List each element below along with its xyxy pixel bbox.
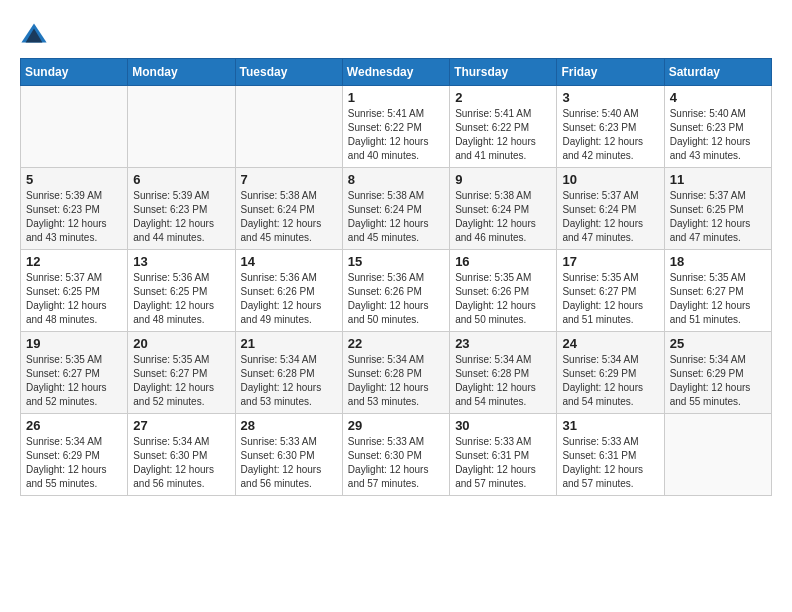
weekday-header-wednesday: Wednesday xyxy=(342,59,449,86)
calendar-cell: 24Sunrise: 5:34 AMSunset: 6:29 PMDayligh… xyxy=(557,332,664,414)
day-info: Sunrise: 5:41 AMSunset: 6:22 PMDaylight:… xyxy=(348,107,444,163)
calendar-cell: 21Sunrise: 5:34 AMSunset: 6:28 PMDayligh… xyxy=(235,332,342,414)
week-row-2: 5Sunrise: 5:39 AMSunset: 6:23 PMDaylight… xyxy=(21,168,772,250)
day-info: Sunrise: 5:39 AMSunset: 6:23 PMDaylight:… xyxy=(26,189,122,245)
calendar-table: SundayMondayTuesdayWednesdayThursdayFrid… xyxy=(20,58,772,496)
calendar-cell: 8Sunrise: 5:38 AMSunset: 6:24 PMDaylight… xyxy=(342,168,449,250)
day-info: Sunrise: 5:35 AMSunset: 6:27 PMDaylight:… xyxy=(133,353,229,409)
day-number: 8 xyxy=(348,172,444,187)
calendar-cell: 27Sunrise: 5:34 AMSunset: 6:30 PMDayligh… xyxy=(128,414,235,496)
weekday-header-monday: Monday xyxy=(128,59,235,86)
day-number: 7 xyxy=(241,172,337,187)
day-info: Sunrise: 5:34 AMSunset: 6:28 PMDaylight:… xyxy=(241,353,337,409)
day-number: 20 xyxy=(133,336,229,351)
calendar-cell: 7Sunrise: 5:38 AMSunset: 6:24 PMDaylight… xyxy=(235,168,342,250)
day-info: Sunrise: 5:41 AMSunset: 6:22 PMDaylight:… xyxy=(455,107,551,163)
day-info: Sunrise: 5:38 AMSunset: 6:24 PMDaylight:… xyxy=(241,189,337,245)
logo-icon xyxy=(20,20,48,48)
calendar-cell: 22Sunrise: 5:34 AMSunset: 6:28 PMDayligh… xyxy=(342,332,449,414)
day-info: Sunrise: 5:34 AMSunset: 6:28 PMDaylight:… xyxy=(455,353,551,409)
weekday-header-row: SundayMondayTuesdayWednesdayThursdayFrid… xyxy=(21,59,772,86)
week-row-3: 12Sunrise: 5:37 AMSunset: 6:25 PMDayligh… xyxy=(21,250,772,332)
day-number: 18 xyxy=(670,254,766,269)
weekday-header-tuesday: Tuesday xyxy=(235,59,342,86)
day-number: 9 xyxy=(455,172,551,187)
calendar-cell: 2Sunrise: 5:41 AMSunset: 6:22 PMDaylight… xyxy=(450,86,557,168)
day-number: 15 xyxy=(348,254,444,269)
day-info: Sunrise: 5:38 AMSunset: 6:24 PMDaylight:… xyxy=(455,189,551,245)
week-row-4: 19Sunrise: 5:35 AMSunset: 6:27 PMDayligh… xyxy=(21,332,772,414)
day-info: Sunrise: 5:33 AMSunset: 6:31 PMDaylight:… xyxy=(562,435,658,491)
calendar-cell: 29Sunrise: 5:33 AMSunset: 6:30 PMDayligh… xyxy=(342,414,449,496)
day-info: Sunrise: 5:40 AMSunset: 6:23 PMDaylight:… xyxy=(562,107,658,163)
day-number: 19 xyxy=(26,336,122,351)
day-number: 23 xyxy=(455,336,551,351)
weekday-header-friday: Friday xyxy=(557,59,664,86)
calendar-cell: 16Sunrise: 5:35 AMSunset: 6:26 PMDayligh… xyxy=(450,250,557,332)
calendar-cell: 1Sunrise: 5:41 AMSunset: 6:22 PMDaylight… xyxy=(342,86,449,168)
calendar-cell: 17Sunrise: 5:35 AMSunset: 6:27 PMDayligh… xyxy=(557,250,664,332)
day-number: 1 xyxy=(348,90,444,105)
day-info: Sunrise: 5:34 AMSunset: 6:29 PMDaylight:… xyxy=(26,435,122,491)
day-info: Sunrise: 5:34 AMSunset: 6:30 PMDaylight:… xyxy=(133,435,229,491)
day-number: 27 xyxy=(133,418,229,433)
calendar-cell: 31Sunrise: 5:33 AMSunset: 6:31 PMDayligh… xyxy=(557,414,664,496)
calendar-cell: 12Sunrise: 5:37 AMSunset: 6:25 PMDayligh… xyxy=(21,250,128,332)
weekday-header-saturday: Saturday xyxy=(664,59,771,86)
calendar-cell xyxy=(21,86,128,168)
day-info: Sunrise: 5:40 AMSunset: 6:23 PMDaylight:… xyxy=(670,107,766,163)
calendar-cell: 23Sunrise: 5:34 AMSunset: 6:28 PMDayligh… xyxy=(450,332,557,414)
day-number: 24 xyxy=(562,336,658,351)
calendar-cell: 26Sunrise: 5:34 AMSunset: 6:29 PMDayligh… xyxy=(21,414,128,496)
day-info: Sunrise: 5:36 AMSunset: 6:25 PMDaylight:… xyxy=(133,271,229,327)
day-number: 12 xyxy=(26,254,122,269)
week-row-5: 26Sunrise: 5:34 AMSunset: 6:29 PMDayligh… xyxy=(21,414,772,496)
calendar-cell: 15Sunrise: 5:36 AMSunset: 6:26 PMDayligh… xyxy=(342,250,449,332)
calendar-cell: 30Sunrise: 5:33 AMSunset: 6:31 PMDayligh… xyxy=(450,414,557,496)
day-info: Sunrise: 5:36 AMSunset: 6:26 PMDaylight:… xyxy=(348,271,444,327)
calendar-cell: 14Sunrise: 5:36 AMSunset: 6:26 PMDayligh… xyxy=(235,250,342,332)
day-number: 14 xyxy=(241,254,337,269)
day-info: Sunrise: 5:34 AMSunset: 6:29 PMDaylight:… xyxy=(670,353,766,409)
day-number: 21 xyxy=(241,336,337,351)
day-info: Sunrise: 5:35 AMSunset: 6:27 PMDaylight:… xyxy=(26,353,122,409)
calendar-cell: 5Sunrise: 5:39 AMSunset: 6:23 PMDaylight… xyxy=(21,168,128,250)
day-number: 4 xyxy=(670,90,766,105)
day-info: Sunrise: 5:34 AMSunset: 6:28 PMDaylight:… xyxy=(348,353,444,409)
calendar-cell: 19Sunrise: 5:35 AMSunset: 6:27 PMDayligh… xyxy=(21,332,128,414)
calendar-cell: 3Sunrise: 5:40 AMSunset: 6:23 PMDaylight… xyxy=(557,86,664,168)
calendar-cell xyxy=(235,86,342,168)
calendar-cell: 25Sunrise: 5:34 AMSunset: 6:29 PMDayligh… xyxy=(664,332,771,414)
day-number: 5 xyxy=(26,172,122,187)
weekday-header-sunday: Sunday xyxy=(21,59,128,86)
calendar-cell: 28Sunrise: 5:33 AMSunset: 6:30 PMDayligh… xyxy=(235,414,342,496)
calendar-cell: 11Sunrise: 5:37 AMSunset: 6:25 PMDayligh… xyxy=(664,168,771,250)
day-number: 25 xyxy=(670,336,766,351)
day-number: 30 xyxy=(455,418,551,433)
day-info: Sunrise: 5:39 AMSunset: 6:23 PMDaylight:… xyxy=(133,189,229,245)
day-number: 13 xyxy=(133,254,229,269)
calendar-cell xyxy=(664,414,771,496)
day-info: Sunrise: 5:37 AMSunset: 6:25 PMDaylight:… xyxy=(26,271,122,327)
day-number: 22 xyxy=(348,336,444,351)
day-info: Sunrise: 5:35 AMSunset: 6:27 PMDaylight:… xyxy=(670,271,766,327)
day-number: 6 xyxy=(133,172,229,187)
calendar-cell: 6Sunrise: 5:39 AMSunset: 6:23 PMDaylight… xyxy=(128,168,235,250)
page-header xyxy=(20,20,772,48)
weekday-header-thursday: Thursday xyxy=(450,59,557,86)
day-number: 16 xyxy=(455,254,551,269)
calendar-cell: 9Sunrise: 5:38 AMSunset: 6:24 PMDaylight… xyxy=(450,168,557,250)
calendar-cell: 13Sunrise: 5:36 AMSunset: 6:25 PMDayligh… xyxy=(128,250,235,332)
logo xyxy=(20,20,50,48)
day-number: 31 xyxy=(562,418,658,433)
day-number: 28 xyxy=(241,418,337,433)
day-number: 17 xyxy=(562,254,658,269)
week-row-1: 1Sunrise: 5:41 AMSunset: 6:22 PMDaylight… xyxy=(21,86,772,168)
day-number: 3 xyxy=(562,90,658,105)
day-info: Sunrise: 5:37 AMSunset: 6:25 PMDaylight:… xyxy=(670,189,766,245)
calendar-cell: 20Sunrise: 5:35 AMSunset: 6:27 PMDayligh… xyxy=(128,332,235,414)
calendar-cell: 4Sunrise: 5:40 AMSunset: 6:23 PMDaylight… xyxy=(664,86,771,168)
day-info: Sunrise: 5:34 AMSunset: 6:29 PMDaylight:… xyxy=(562,353,658,409)
calendar-cell: 18Sunrise: 5:35 AMSunset: 6:27 PMDayligh… xyxy=(664,250,771,332)
day-info: Sunrise: 5:35 AMSunset: 6:26 PMDaylight:… xyxy=(455,271,551,327)
